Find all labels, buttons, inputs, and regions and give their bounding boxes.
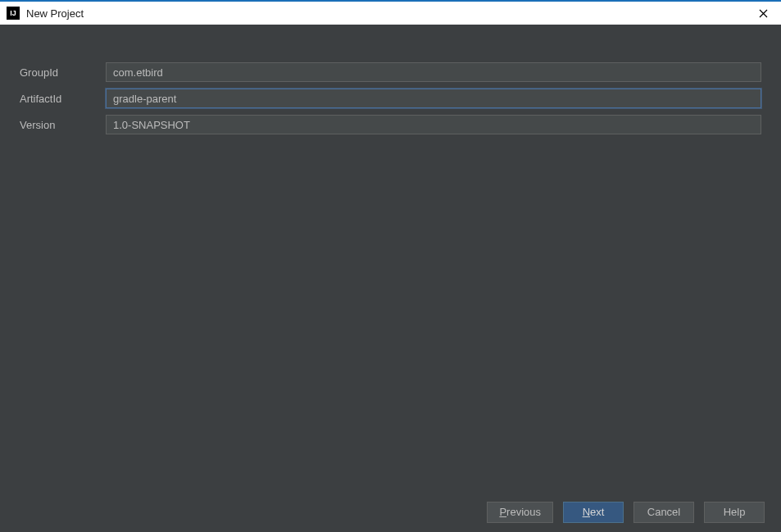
form-area: GroupId ArtifactId Version: [0, 25, 781, 491]
dialog-content: GroupId ArtifactId Version Previous Next…: [0, 25, 781, 532]
app-icon: IJ: [7, 7, 20, 20]
button-bar: Previous Next Cancel Help: [0, 491, 781, 532]
previous-mnemonic: P: [499, 506, 506, 518]
previous-button[interactable]: Previous: [487, 502, 553, 523]
previous-rest: revious: [506, 506, 541, 518]
window-title: New Project: [26, 7, 84, 20]
version-row: Version: [20, 115, 761, 134]
next-mnemonic: N: [583, 506, 590, 518]
artifactid-row: ArtifactId: [20, 89, 761, 108]
artifactid-label: ArtifactId: [20, 93, 106, 105]
groupid-input[interactable]: [106, 62, 761, 82]
next-rest: ext: [590, 506, 604, 518]
help-button[interactable]: Help: [704, 502, 765, 523]
artifactid-input[interactable]: [106, 89, 761, 108]
next-button[interactable]: Next: [563, 502, 624, 523]
version-label: Version: [20, 119, 106, 131]
titlebar: IJ New Project: [0, 0, 781, 25]
version-input[interactable]: [106, 115, 761, 134]
cancel-button[interactable]: Cancel: [633, 502, 694, 523]
groupid-row: GroupId: [20, 62, 761, 82]
close-icon[interactable]: [747, 2, 779, 25]
groupid-label: GroupId: [20, 66, 106, 79]
